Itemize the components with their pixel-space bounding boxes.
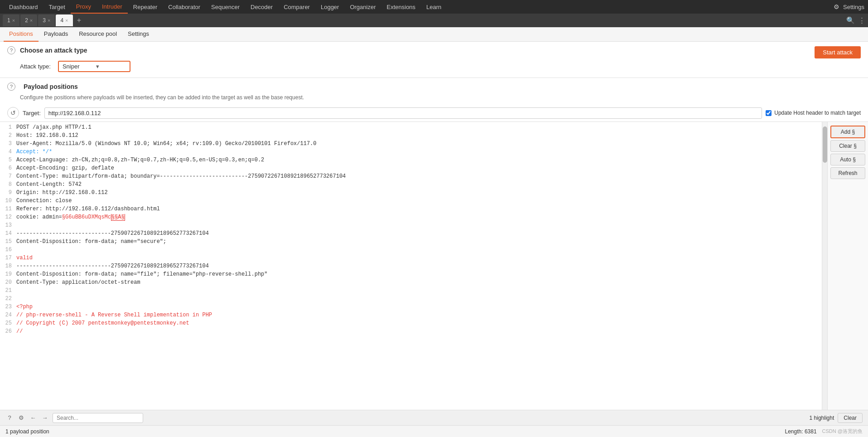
line-number: 2	[0, 132, 16, 140]
bottom-right: 1 highlight Clear	[810, 413, 863, 423]
line-content: Accept-Language: zh-CN,zh;q=0.8,zh-TW;q=…	[16, 157, 822, 164]
code-line: 24 // php-reverse-shell - A Reverse Shel…	[0, 311, 822, 320]
length-status: Length: 6381	[785, 428, 817, 435]
positions-title-row: ? Payload positions	[0, 78, 868, 92]
tab-4[interactable]: 4 ×	[56, 15, 72, 26]
settings-small-icon[interactable]: ⚙	[17, 414, 25, 422]
nav-sequencer[interactable]: Sequencer	[206, 0, 245, 14]
nav-collaborator[interactable]: Collaborator	[163, 0, 206, 14]
subnav-positions[interactable]: Positions	[4, 27, 39, 42]
scrollbar-thumb[interactable]	[823, 126, 827, 163]
line-content: <?php	[16, 304, 822, 311]
code-line: 5 Accept-Language: zh-CN,zh;q=0.8,zh-TW;…	[0, 156, 822, 165]
nav-repeater[interactable]: Repeater	[128, 0, 163, 14]
line-content: valid	[16, 255, 822, 262]
auto-section-button[interactable]: Auto §	[830, 154, 865, 165]
back-icon[interactable]: ←	[29, 414, 37, 422]
help-icon[interactable]: ?	[5, 414, 14, 422]
line-number: 13	[0, 222, 16, 229]
code-line: 19 Content-Disposition: form-data; name=…	[0, 271, 822, 279]
positions-section: ? Payload positions Configure the positi…	[0, 78, 868, 437]
code-line: 6 Accept-Encoding: gzip, deflate	[0, 165, 822, 173]
target-row: ↺ Target: Update Host header to match ta…	[0, 104, 868, 121]
nav-intruder[interactable]: Intruder	[96, 0, 128, 14]
attack-type-select[interactable]: Sniper ▾	[58, 61, 130, 72]
nav-extensions[interactable]: Extensions	[381, 0, 421, 14]
positions-description: Configure the positions where payloads w…	[0, 92, 868, 104]
highlight-count: 1 highlight	[810, 415, 834, 421]
search-input[interactable]	[53, 413, 143, 423]
code-line: 23 <?php	[0, 303, 822, 311]
tab-1[interactable]: 1 ×	[3, 15, 19, 26]
forward-icon[interactable]: →	[41, 414, 49, 422]
add-tab-button[interactable]: +	[74, 15, 85, 26]
line-content: Content-Type: multipart/form-data; bound…	[16, 173, 822, 180]
clear-section-button[interactable]: Clear §	[830, 140, 865, 152]
line-content: Origin: http://192.168.0.112	[16, 189, 822, 197]
settings-gear-icon: ⚙	[834, 3, 839, 10]
nav-logger[interactable]: Logger	[315, 0, 344, 14]
code-line: 26 //	[0, 328, 822, 336]
code-line: 14 -----------------------------27590722…	[0, 230, 822, 238]
attack-type-value: Sniper	[63, 63, 92, 70]
update-host-label: Update Host header to match target	[774, 110, 861, 116]
line-number: 24	[0, 312, 16, 319]
tab-2-close[interactable]: ×	[30, 18, 33, 23]
tabs-row: 1 × 2 × 3 × 4 × + 🔍 ⋮	[0, 14, 868, 27]
line-content: Content-Length: 5742	[16, 181, 822, 189]
tab-3[interactable]: 3 ×	[38, 15, 55, 26]
line-content: -----------------------------27590722671…	[16, 230, 822, 238]
code-line: 18 -----------------------------27590722…	[0, 262, 822, 271]
line-content: Connection: close	[16, 198, 822, 205]
tab-4-close[interactable]: ×	[65, 18, 68, 23]
start-attack-button[interactable]: Start attack	[815, 46, 861, 58]
attack-type-help-icon[interactable]: ?	[7, 46, 15, 54]
tab-2[interactable]: 2 ×	[20, 15, 37, 26]
add-section-button[interactable]: Add §	[830, 126, 865, 138]
positions-help-icon[interactable]: ?	[7, 83, 15, 91]
tab-1-close[interactable]: ×	[12, 18, 15, 23]
clear-button[interactable]: Clear	[838, 413, 863, 423]
target-input[interactable]	[44, 107, 762, 119]
code-line: 7 Content-Type: multipart/form-data; bou…	[0, 173, 822, 181]
tab-more-icon[interactable]: ⋮	[858, 16, 865, 24]
bottom-left-icons: ? ⚙ ← →	[5, 413, 143, 423]
line-content: // php-reverse-shell - A Reverse Shell i…	[16, 312, 822, 319]
line-content	[16, 296, 822, 303]
update-host-check[interactable]	[766, 110, 772, 116]
bottom-search-row: ? ⚙ ← → 1 highlight Clear	[0, 410, 868, 425]
nav-comparer[interactable]: Comparer	[278, 0, 315, 14]
line-content	[16, 247, 822, 254]
line-content: Content-Disposition: form-data; name="fi…	[16, 271, 822, 278]
nav-organizer[interactable]: Organizer	[344, 0, 381, 14]
line-content: Content-Type: application/octet-stream	[16, 279, 822, 286]
attack-type-header: ? Choose an attack type Start attack	[0, 42, 868, 57]
code-line: 13	[0, 222, 822, 230]
line-number: 25	[0, 320, 16, 327]
line-content	[16, 222, 822, 229]
tab-3-close[interactable]: ×	[48, 18, 50, 23]
scrollbar-track[interactable]	[822, 122, 827, 410]
nav-target[interactable]: Target	[43, 0, 71, 14]
subnav-settings[interactable]: Settings	[122, 27, 154, 42]
code-area[interactable]: 1 POST /ajax.php HTTP/1.1 2 Host: 192.16…	[0, 122, 822, 410]
subnav-resource-pool[interactable]: Resource pool	[73, 27, 122, 42]
target-refresh-icon[interactable]: ↺	[7, 107, 19, 119]
tab-4-label: 4	[60, 17, 63, 24]
subnav-payloads[interactable]: Payloads	[39, 27, 73, 42]
line-number: 1	[0, 124, 16, 131]
line-number: 26	[0, 328, 16, 335]
tab-search-icon[interactable]: 🔍	[846, 16, 855, 24]
line-number: 14	[0, 230, 16, 238]
line-number: 12	[0, 214, 16, 221]
nav-dashboard[interactable]: Dashboard	[4, 0, 43, 14]
update-host-checkbox[interactable]: Update Host header to match target	[766, 110, 861, 116]
nav-proxy[interactable]: Proxy	[71, 0, 96, 14]
line-content: User-Agent: Mozilla/5.0 (Windows NT 10.0…	[16, 141, 822, 148]
code-line: 8 Content-Length: 5742	[0, 181, 822, 189]
settings-label[interactable]: Settings	[843, 4, 864, 10]
refresh-button[interactable]: Refresh	[830, 167, 865, 179]
nav-learn[interactable]: Learn	[421, 0, 447, 14]
line-content: //	[16, 328, 822, 335]
nav-decoder[interactable]: Decoder	[245, 0, 278, 14]
